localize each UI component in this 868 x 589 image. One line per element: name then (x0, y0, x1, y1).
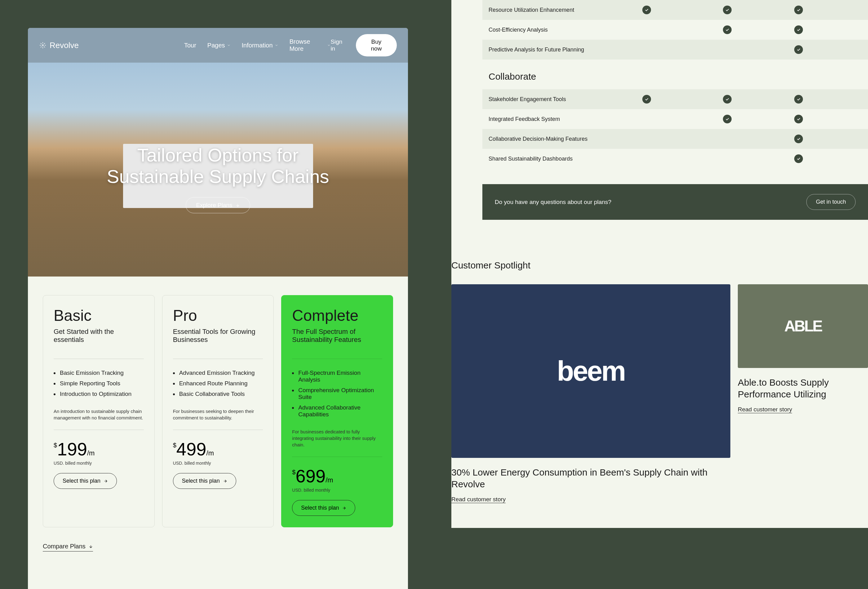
top-nav: Revolve TourPagesInformationBrowse More … (28, 28, 408, 63)
check-icon (794, 95, 803, 103)
brand-name: Revolve (50, 41, 79, 50)
nav-link-browse-more[interactable]: Browse More (289, 38, 331, 52)
plan-billing: USD. billed monthly (292, 488, 382, 493)
spotlight-image: ABLE (738, 284, 868, 368)
plan-feature: Introduction to Optimization (54, 389, 144, 399)
plan-feature: Comprehensive Optimization Suite (292, 385, 382, 402)
spotlight-title: Able.to Boosts Supply Performance Utiliz… (738, 376, 868, 400)
chevron-down-icon (227, 43, 231, 47)
buy-button[interactable]: Buy now (356, 34, 397, 56)
check-icon (794, 25, 803, 34)
feature-label: Predictive Analysis for Future Planning (489, 46, 606, 53)
signin-link[interactable]: Sign in (331, 38, 348, 52)
feature-table: Resource Utilization EnhancementCost-Eff… (451, 0, 868, 238)
spotlight-title: 30% Lower Energy Consumption in Beem's S… (451, 466, 730, 490)
svg-point-0 (42, 45, 43, 46)
compare-plans-link[interactable]: Compare Plans (43, 543, 93, 552)
hero-title: Tailored Options for Sustainable Supply … (107, 145, 329, 187)
feature-label: Stakeholder Engagement Tools (489, 96, 606, 103)
feature-row: Integrated Feedback System (482, 109, 868, 129)
cta-bar: Do you have any questions about our plan… (482, 184, 868, 220)
check-icon (794, 6, 803, 14)
plan-price: $199/m (54, 438, 144, 459)
feature-row: Resource Utilization Enhancement (482, 0, 868, 20)
plan-features: Basic Emission TrackingSimple Reporting … (54, 368, 144, 399)
check-icon (642, 95, 651, 103)
arrow-down-icon (89, 544, 93, 549)
feature-row: Predictive Analysis for Future Planning (482, 40, 868, 59)
plan-card-basic: BasicGet Started with the essentialsBasi… (43, 295, 155, 527)
plan-description: For businesses dedicated to fully integr… (292, 428, 382, 448)
plan-name: Complete (292, 307, 382, 325)
feature-label: Collaborative Decision-Making Features (489, 136, 606, 142)
spotlight-image: beem (451, 284, 730, 458)
feature-label: Integrated Feedback System (489, 116, 606, 123)
get-in-touch-button[interactable]: Get in touch (806, 194, 856, 210)
feature-row: Shared Sustainability Dashboards (482, 149, 868, 169)
plan-description: An introduction to sustainable supply ch… (54, 408, 144, 421)
arrow-right-icon (342, 506, 346, 510)
plan-subtitle: Get Started with the essentials (54, 328, 144, 346)
feature-row: Cost-Efficiency Analysis (482, 20, 868, 40)
plan-feature: Advanced Emission Tracking (173, 368, 263, 378)
check-icon (794, 154, 803, 163)
spotlight-card[interactable]: beem30% Lower Energy Consumption in Beem… (451, 284, 730, 503)
feature-label: Cost-Efficiency Analysis (489, 27, 606, 33)
collaborate-heading: Collaborate (482, 59, 868, 89)
spotlight-card[interactable]: ABLEAble.to Boosts Supply Performance Ut… (738, 284, 868, 503)
select-plan-button[interactable]: Select this plan (173, 473, 236, 489)
plan-billing: USD. billed monthly (54, 461, 144, 466)
nav-link-tour[interactable]: Tour (184, 38, 196, 52)
plan-features: Advanced Emission TrackingEnhanced Route… (173, 368, 263, 399)
plan-feature: Full-Spectrum Emission Analysis (292, 368, 382, 385)
spotlight-heading: Customer Spotlight (451, 260, 868, 271)
check-icon (794, 45, 803, 54)
compare-header: FreeBasicComplete (43, 552, 393, 589)
feature-row: Collaborative Decision-Making Features (482, 129, 868, 149)
feature-row: Stakeholder Engagement Tools (482, 89, 868, 109)
select-plan-button[interactable]: Select this plan (54, 473, 117, 489)
pricing-section: BasicGet Started with the essentialsBasi… (28, 276, 408, 589)
plan-feature: Basic Emission Tracking (54, 368, 144, 378)
plan-feature: Enhanced Route Planning (173, 378, 263, 389)
feature-label: Resource Utilization Enhancement (489, 7, 606, 13)
chevron-down-icon (275, 43, 278, 47)
plan-feature: Basic Collaborative Tools (173, 389, 263, 399)
check-icon (794, 134, 803, 143)
arrow-down-icon (236, 203, 240, 207)
arrow-right-icon (223, 479, 227, 483)
brand-logo[interactable]: Revolve (39, 41, 79, 50)
cta-text: Do you have any questions about our plan… (495, 199, 611, 205)
plan-name: Basic (54, 307, 144, 325)
plan-price: $499/m (173, 438, 263, 459)
spotlight-section: Customer Spotlight beem30% Lower Energy … (451, 238, 868, 528)
plan-name: Pro (173, 307, 263, 325)
arrow-right-icon (103, 479, 108, 483)
plan-description: For businesses seeking to deepen their c… (173, 408, 263, 421)
plan-feature: Advanced Collaborative Capabilities (292, 402, 382, 420)
select-plan-button[interactable]: Select this plan (292, 500, 355, 516)
check-icon (794, 115, 803, 123)
plan-feature: Simple Reporting Tools (54, 378, 144, 389)
plan-card-complete: CompleteThe Full Spectrum of Sustainabil… (281, 295, 393, 527)
read-story-link[interactable]: Read customer story (738, 406, 792, 413)
read-story-link[interactable]: Read customer story (451, 496, 506, 503)
plan-subtitle: The Full Spectrum of Sustainability Feat… (292, 328, 382, 346)
feature-label: Shared Sustainability Dashboards (489, 156, 606, 162)
hero: Tailored Options for Sustainable Supply … (28, 63, 408, 276)
check-icon (723, 25, 732, 34)
plan-price: $699/m (292, 466, 382, 486)
nav-link-information[interactable]: Information (242, 38, 278, 52)
plan-subtitle: Essential Tools for Growing Businesses (173, 328, 263, 346)
sparkle-icon (39, 41, 46, 49)
chevron-down-icon (327, 43, 331, 47)
explore-plans-button[interactable]: Explore Plans (186, 197, 250, 213)
plan-card-pro: ProEssential Tools for Growing Businesse… (162, 295, 274, 527)
check-icon (723, 95, 732, 103)
plan-billing: USD. billed monthly (173, 461, 263, 466)
check-icon (642, 6, 651, 14)
plan-features: Full-Spectrum Emission AnalysisComprehen… (292, 368, 382, 420)
check-icon (723, 115, 732, 123)
check-icon (723, 6, 732, 14)
nav-link-pages[interactable]: Pages (207, 38, 231, 52)
